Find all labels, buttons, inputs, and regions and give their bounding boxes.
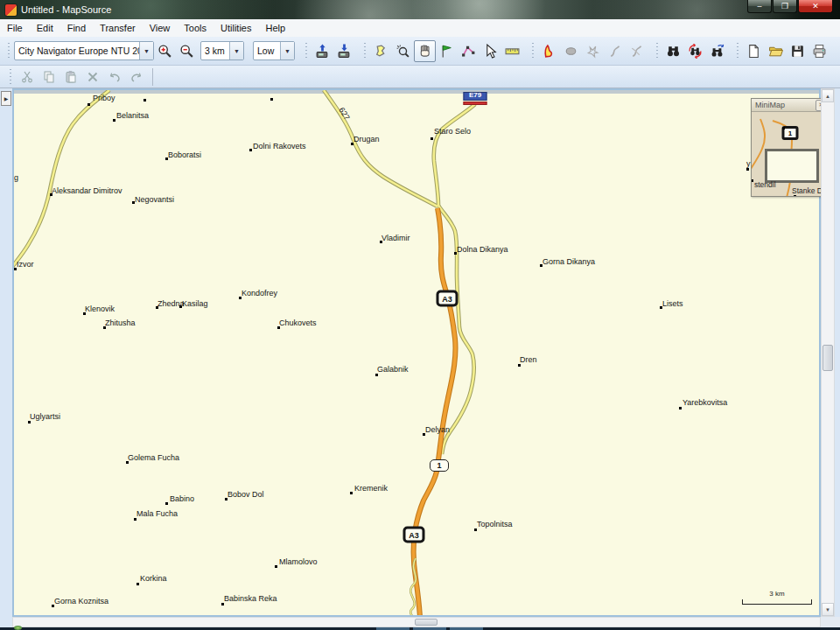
product-selector-value: City Navigator Europe NTU 2014.4 (15, 46, 139, 56)
zoom-tool-button[interactable] (392, 40, 414, 62)
menu-edit[interactable]: Edit (30, 21, 60, 35)
delete-button[interactable] (81, 66, 103, 88)
menu-help[interactable]: Help (258, 21, 292, 35)
oval-tool-button[interactable] (560, 40, 582, 62)
horizontal-scroll-thumb[interactable] (415, 619, 438, 626)
freehand-tool-button[interactable] (626, 40, 648, 62)
place-label: y (746, 159, 751, 168)
route-tool-button[interactable] (458, 40, 480, 62)
minimap-titlebar[interactable]: MiniMap ✕ (752, 99, 829, 112)
minimap-view-rect[interactable] (765, 149, 819, 183)
horizontal-scrollbar[interactable] (12, 617, 821, 627)
find-binoculars-icon (666, 44, 681, 59)
receive-from-device-button[interactable] (333, 40, 355, 62)
toolbar-grip[interactable] (304, 41, 309, 60)
minimize-button[interactable]: – (747, 0, 772, 13)
save-floppy-icon (790, 44, 805, 59)
map-canvas[interactable]: PriboyBelanitsaBoboratsiDolni RakovetsAl… (12, 88, 821, 617)
waypoint-tool-button[interactable] (436, 40, 458, 62)
place-dot (518, 364, 521, 367)
print-button[interactable] (808, 40, 830, 62)
paste-icon (64, 70, 78, 84)
paste-button[interactable] (60, 66, 81, 88)
menu-bar: FileEditFindTransferViewToolsUtilitiesHe… (0, 19, 840, 38)
menu-tools[interactable]: Tools (177, 21, 214, 35)
main-toolbar: City Navigator Europe NTU 2014.4 ▼ 3 km … (0, 37, 840, 66)
vertical-scroll-thumb[interactable] (822, 345, 833, 371)
menu-view[interactable]: View (143, 21, 178, 35)
restore-button[interactable]: ❐ (773, 0, 797, 13)
burst-tool-button[interactable] (582, 40, 604, 62)
track-tool-button[interactable] (604, 40, 626, 62)
find-nearest-button[interactable] (684, 40, 706, 62)
copy-icon (42, 70, 56, 84)
close-button[interactable]: ✕ (798, 0, 833, 13)
copy-button[interactable] (38, 66, 60, 88)
toolbar-grip[interactable] (8, 67, 13, 87)
open-button[interactable] (765, 40, 787, 62)
place-label: Staro Selo (434, 127, 471, 136)
toolbar-grip[interactable] (362, 41, 368, 60)
place-dot (351, 143, 354, 145)
menu-file[interactable]: File (0, 21, 30, 35)
place-dot (660, 306, 662, 309)
place-dot (746, 168, 749, 171)
new-document-button[interactable] (743, 40, 765, 62)
undo-button[interactable] (103, 66, 125, 88)
recent-finds-button[interactable] (706, 40, 728, 62)
toolbar-grip[interactable] (530, 41, 536, 60)
place-dot (144, 99, 146, 102)
chevron-down-icon[interactable]: ▼ (139, 42, 153, 60)
zoom-out-icon (179, 44, 194, 59)
start-orb-icon[interactable] (14, 626, 22, 630)
minimap-panel[interactable]: MiniMap ✕ 1 stendilStanke Dim (751, 98, 830, 197)
find-button[interactable] (662, 40, 684, 62)
selection-tool-button[interactable] (480, 40, 501, 62)
toolbar-grip[interactable] (6, 41, 11, 60)
print-icon (812, 44, 827, 59)
menu-transfer[interactable]: Transfer (93, 21, 143, 35)
cut-button[interactable] (16, 66, 38, 88)
map-tool-icon (374, 44, 388, 59)
minimap-canvas[interactable]: 1 stendilStanke Dim (752, 112, 829, 197)
place-dot (83, 312, 86, 315)
chevron-down-icon[interactable]: ▼ (229, 42, 243, 60)
detail-selector[interactable]: Low ▼ (253, 41, 295, 60)
place-dot (275, 565, 277, 568)
map-tool-button[interactable] (370, 40, 392, 62)
scroll-down-button[interactable]: ▼ (822, 603, 834, 616)
toolbar-separator (152, 68, 153, 86)
vertical-scrollbar[interactable]: ▲ ▼ (821, 88, 835, 617)
place-dot (165, 502, 168, 505)
scroll-up-button[interactable]: ▲ (822, 89, 834, 102)
product-selector[interactable]: City Navigator Europe NTU 2014.4 ▼ (14, 41, 154, 60)
place-label: Priboy (93, 94, 116, 102)
hand-tool-button[interactable] (414, 40, 436, 62)
menu-find[interactable]: Find (60, 21, 93, 35)
toolbar-grip[interactable] (735, 41, 740, 60)
toolbar-grip[interactable] (654, 41, 660, 60)
place-label: Babinska Reka (224, 594, 277, 603)
zoom-in-button[interactable] (154, 40, 176, 62)
place-label: Mlamolovo (279, 557, 318, 566)
send-to-device-button[interactable] (312, 40, 333, 62)
track-tool-icon (607, 44, 622, 59)
place-label: Kondofrey (242, 289, 277, 298)
save-button[interactable] (787, 40, 808, 62)
hand-tool-icon (417, 44, 432, 59)
redo-button[interactable] (125, 66, 147, 88)
draw-waypoint-button[interactable] (538, 40, 560, 62)
zoom-in-icon (158, 44, 172, 59)
place-label: Bobov Dol (228, 490, 264, 499)
measure-tool-button[interactable] (501, 40, 523, 62)
chevron-down-icon[interactable]: ▼ (280, 42, 294, 60)
zoom-out-button[interactable] (176, 40, 198, 62)
road-shield-1: 1 (430, 459, 449, 472)
place-dot (225, 498, 228, 500)
title-bar[interactable]: Untitled - MapSource – ❐ ✕ (0, 0, 840, 19)
menu-utilities[interactable]: Utilities (214, 21, 258, 35)
place-dot (221, 603, 224, 606)
panel-toggle-button[interactable]: ▶ (1, 91, 11, 106)
place-label: Boboratsi (168, 150, 201, 159)
zoom-scale-selector[interactable]: 3 km ▼ (200, 41, 244, 60)
